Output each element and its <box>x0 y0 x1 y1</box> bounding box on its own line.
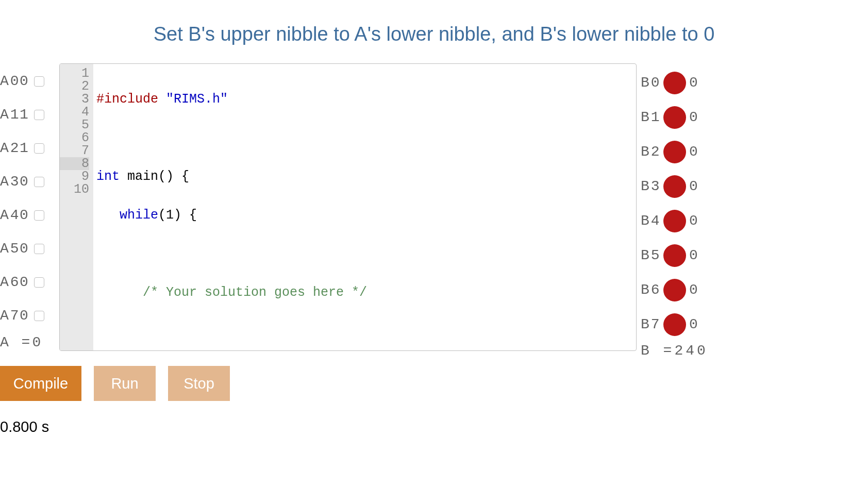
input-row-a4: A4 0 <box>0 198 59 232</box>
input-total-label: A = <box>0 334 32 350</box>
line-number: 10 <box>60 183 89 196</box>
line-number: 8 <box>60 157 89 170</box>
token-while: while <box>120 208 158 223</box>
output-total-value: 240 <box>674 343 708 359</box>
input-value: 0 <box>20 73 34 89</box>
input-checkbox-a1[interactable] <box>34 110 44 120</box>
input-row-a6: A6 0 <box>0 265 59 299</box>
stop-button[interactable]: Stop <box>168 366 230 401</box>
token-comment: /* Your solution goes here */ <box>143 285 367 300</box>
led-icon <box>663 313 686 336</box>
output-value: 0 <box>689 282 703 298</box>
input-total-value: 0 <box>32 334 43 350</box>
input-value: 1 <box>20 107 34 123</box>
line-number: 6 <box>60 131 89 144</box>
line-number-gutter: 1 2 3 4 5 6 7 8 9 10 <box>60 64 93 350</box>
output-label: B3 <box>641 178 663 194</box>
output-label: B1 <box>641 109 663 125</box>
output-label: B5 <box>641 247 663 263</box>
output-row-b6: B6 0 <box>641 273 708 307</box>
output-total: B = 240 <box>641 343 708 359</box>
output-value: 0 <box>689 75 703 91</box>
output-value: 0 <box>689 316 703 332</box>
input-value: 0 <box>20 308 34 324</box>
output-value: 0 <box>689 109 703 125</box>
compile-button[interactable]: Compile <box>0 366 81 401</box>
input-label: A4 <box>0 207 20 223</box>
input-total: A = 0 <box>0 334 59 350</box>
line-number: 2 <box>60 80 89 93</box>
input-row-a1: A1 1 <box>0 98 59 131</box>
input-row-a0: A0 0 <box>0 64 59 98</box>
output-label: B2 <box>641 144 663 160</box>
line-number: 9 <box>60 170 89 183</box>
outputs-panel: B0 0 B1 0 B2 0 B3 0 B4 0 B5 0 <box>641 63 708 359</box>
input-label: A0 <box>0 73 20 89</box>
token-include: #include <box>96 92 158 107</box>
led-icon <box>663 210 686 232</box>
output-label: B6 <box>641 282 663 298</box>
output-row-b5: B5 0 <box>641 238 708 273</box>
input-value: 0 <box>20 207 34 223</box>
output-label: B7 <box>641 316 663 332</box>
line-number: 7 <box>60 144 89 157</box>
led-icon <box>663 279 686 301</box>
run-button[interactable]: Run <box>94 366 156 401</box>
output-row-b7: B7 0 <box>641 307 708 342</box>
input-checkbox-a2[interactable] <box>34 143 44 154</box>
input-checkbox-a6[interactable] <box>34 277 44 288</box>
input-label: A3 <box>0 174 20 190</box>
input-row-a7: A7 0 <box>0 299 59 332</box>
input-checkbox-a4[interactable] <box>34 210 44 221</box>
output-value: 0 <box>689 178 703 194</box>
input-value: 0 <box>20 241 34 257</box>
token-type: int <box>96 169 120 184</box>
input-label: A7 <box>0 308 20 324</box>
input-row-a5: A5 0 <box>0 232 59 265</box>
output-label: B4 <box>641 213 663 229</box>
code-area[interactable]: #include "RIMS.h" int main() { while(1) … <box>93 64 636 350</box>
led-icon <box>663 72 686 94</box>
input-label: A1 <box>0 107 20 123</box>
led-icon <box>663 244 686 267</box>
code-editor[interactable]: 1 2 3 4 5 6 7 8 9 10 #include "RIMS.h" i… <box>59 63 637 351</box>
output-total-label: B = <box>641 343 674 359</box>
problem-title: Set B's upper nibble to A's lower nibble… <box>0 0 868 63</box>
output-row-b1: B1 0 <box>641 100 708 135</box>
line-number: 4 <box>60 106 89 119</box>
token-plain: (1) { <box>158 208 197 223</box>
line-number: 3 <box>60 93 89 106</box>
input-checkbox-a7[interactable] <box>34 311 44 321</box>
elapsed-time: 0.800 s <box>0 418 868 435</box>
token-string: "RIMS.h" <box>166 92 228 107</box>
output-label: B0 <box>641 75 663 91</box>
input-checkbox-a5[interactable] <box>34 244 44 254</box>
led-icon <box>663 106 686 129</box>
input-value: 1 <box>20 140 34 156</box>
token-plain: main() { <box>120 169 189 184</box>
output-value: 0 <box>689 144 703 160</box>
output-row-b2: B2 0 <box>641 135 708 169</box>
input-checkbox-a0[interactable] <box>34 76 44 87</box>
input-label: A5 <box>0 241 20 257</box>
input-label: A6 <box>0 274 20 290</box>
line-number: 1 <box>60 67 89 80</box>
input-checkbox-a3[interactable] <box>34 177 44 187</box>
led-icon <box>663 175 686 198</box>
output-value: 0 <box>689 247 703 263</box>
inputs-panel: A0 0 A1 1 A2 1 A3 0 A4 0 A5 0 <box>0 63 59 350</box>
output-value: 0 <box>689 213 703 229</box>
input-label: A2 <box>0 140 20 156</box>
led-icon <box>663 141 686 163</box>
button-bar: Compile Run Stop <box>0 366 868 401</box>
output-row-b0: B0 0 <box>641 65 708 100</box>
input-row-a3: A3 0 <box>0 165 59 198</box>
input-value: 0 <box>20 274 34 290</box>
output-row-b4: B4 0 <box>641 204 708 238</box>
input-value: 0 <box>20 174 34 190</box>
line-number: 5 <box>60 119 89 131</box>
output-row-b3: B3 0 <box>641 169 708 204</box>
input-row-a2: A2 1 <box>0 131 59 165</box>
